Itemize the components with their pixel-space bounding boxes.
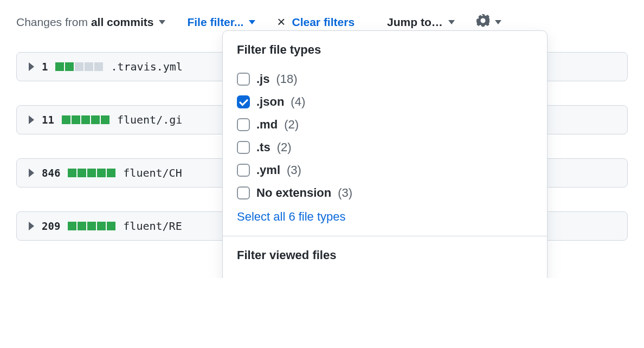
chevron-right-icon (29, 115, 34, 124)
file-name: fluent/CH (123, 166, 182, 179)
diff-stat-blocks (68, 222, 115, 230)
clear-filters-button[interactable]: × Clear filters (277, 14, 355, 30)
filetype-ext: .ts (256, 140, 271, 154)
caret-down-icon (249, 20, 255, 24)
diff-toolbar: Changes from all commits File filter... … (16, 14, 628, 30)
file-list: 1 .travis.yml 11 fluent/.gi 846 fluent/C… (16, 52, 628, 241)
filter-viewed-header: Filter viewed files (237, 248, 533, 262)
filetype-option-md[interactable]: .md (2) (237, 113, 533, 136)
filetype-count: (2) (277, 140, 292, 154)
diff-stat-blocks (62, 115, 110, 124)
filetype-ext: .yml (256, 163, 280, 177)
change-count: 209 (42, 220, 60, 232)
filetype-count: (4) (291, 95, 305, 109)
caret-down-icon (448, 20, 455, 24)
filetype-ext: No extension (256, 186, 331, 200)
chevron-right-icon (29, 222, 34, 230)
x-icon: × (277, 14, 285, 30)
filetype-option-ts[interactable]: .ts (2) (237, 136, 533, 159)
filter-viewed-section: Filter viewed files Hide viewed files (223, 236, 547, 278)
filetype-option-yml[interactable]: .yml (3) (237, 159, 533, 182)
filetype-count: (18) (276, 72, 297, 86)
caret-down-icon (495, 20, 501, 24)
filetype-option-json[interactable]: .json (4) (237, 91, 533, 113)
checkbox-icon (237, 141, 250, 154)
file-filter-label: File filter... (187, 16, 243, 29)
hide-viewed-files-option[interactable]: Hide viewed files (237, 273, 533, 278)
checkbox-icon (237, 73, 250, 86)
hide-viewed-label: Hide viewed files (256, 278, 352, 278)
filetype-option-js[interactable]: .js (18) (237, 68, 533, 91)
jump-to-dropdown[interactable]: Jump to… (387, 16, 455, 29)
file-name: fluent/.gi (117, 113, 182, 126)
checkbox-icon (237, 118, 250, 131)
file-name: fluent/RE (123, 220, 182, 233)
gear-icon (476, 14, 490, 30)
jump-to-label: Jump to… (387, 16, 443, 29)
filetype-count: (3) (287, 163, 301, 177)
clear-filters-label: Clear filters (292, 16, 355, 29)
chevron-right-icon (29, 62, 34, 71)
filter-file-types-section: Filter file types .js (18) .json (4) .md… (223, 31, 547, 236)
filetype-ext: .md (256, 118, 278, 132)
change-count: 846 (42, 167, 60, 179)
file-filter-dropdown[interactable]: File filter... (187, 16, 255, 29)
filetype-count: (2) (284, 118, 299, 132)
filetype-count: (3) (338, 186, 352, 200)
checkbox-icon (237, 164, 250, 177)
file-filter-panel: Filter file types .js (18) .json (4) .md… (222, 30, 548, 278)
file-name: .travis.yml (111, 60, 182, 73)
filetype-ext: .js (256, 72, 269, 86)
change-count: 11 (42, 114, 54, 126)
checkbox-icon (237, 95, 250, 108)
diff-stat-blocks (68, 169, 115, 177)
change-count: 1 (42, 61, 48, 73)
chevron-right-icon (29, 169, 34, 177)
diff-settings-dropdown[interactable] (476, 14, 501, 30)
filter-file-types-header: Filter file types (237, 43, 533, 57)
changes-from-dropdown[interactable]: Changes from all commits (16, 16, 165, 29)
changes-from-scope: all commits (91, 16, 154, 29)
checkbox-icon (237, 186, 250, 199)
caret-down-icon (159, 20, 165, 24)
diff-stat-blocks (55, 62, 103, 71)
filetype-ext: .json (256, 95, 284, 109)
select-all-filetypes-link[interactable]: Select all 6 file types (237, 204, 533, 224)
changes-from-prefix: Changes from (16, 16, 88, 29)
filetype-option-noext[interactable]: No extension (3) (237, 182, 533, 204)
